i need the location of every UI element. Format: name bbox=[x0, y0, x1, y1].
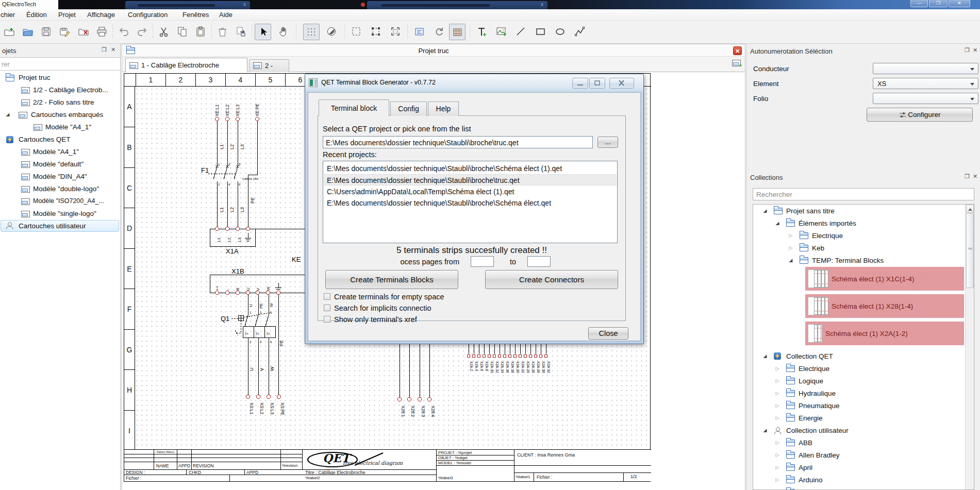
browse-button[interactable]: ... bbox=[597, 137, 618, 148]
tree-item-pneumatique[interactable]: ▷Pneumatique bbox=[753, 400, 972, 412]
save-as-button[interactable] bbox=[57, 24, 73, 40]
tree-item-energie[interactable]: ▷Energie bbox=[753, 412, 972, 425]
mask-toggle-button[interactable] bbox=[324, 24, 340, 40]
tree-item-temp-terminal-blocks[interactable]: ◢TEMP: Terminal Blocks bbox=[753, 255, 972, 267]
tree-item-folio-2[interactable]: 2/2 - Folio sans titre bbox=[0, 96, 120, 109]
add-line-button[interactable] bbox=[513, 24, 529, 40]
dialog-restore-button[interactable] bbox=[589, 78, 605, 89]
add-polyline-button[interactable] bbox=[572, 24, 588, 40]
menu-configuration[interactable]: Configuration bbox=[128, 10, 168, 20]
add-rectangle-button[interactable] bbox=[533, 24, 549, 40]
tree-item-electrique-imp[interactable]: ▷Electrique bbox=[753, 230, 972, 242]
select-tool-button[interactable] bbox=[255, 24, 271, 40]
expanded-arrow-icon[interactable]: ◢ bbox=[5, 112, 10, 117]
add-text-button[interactable] bbox=[474, 24, 490, 40]
selection-mode-button[interactable] bbox=[348, 24, 365, 40]
tree-item-modele-a41[interactable]: Modèle "A4_1" bbox=[0, 146, 120, 158]
panel-float-icon[interactable]: ❐ bbox=[965, 47, 970, 54]
tree-item-projet-sans-titre[interactable]: ◢Projet sans titre bbox=[753, 205, 972, 217]
crop-button[interactable] bbox=[388, 24, 404, 40]
menu-edition[interactable]: Édition bbox=[26, 10, 47, 20]
undo-button[interactable] bbox=[115, 24, 132, 40]
tree-item-april[interactable]: ▷April bbox=[753, 462, 972, 474]
collapsed-arrow-icon[interactable]: ▷ bbox=[788, 233, 793, 238]
dialog-minimize-button[interactable] bbox=[572, 78, 588, 89]
tree-item-modele-single-logo[interactable]: Modèle "single-logo" bbox=[0, 208, 120, 220]
tree-item-allen-bradley[interactable]: ▷Allen Bradley bbox=[753, 449, 972, 462]
copy-button[interactable] bbox=[174, 24, 191, 40]
collapsed-arrow-icon[interactable]: ▷ bbox=[788, 245, 793, 250]
tree-item-cartouches-embarques[interactable]: ◢Cartouches embarqués bbox=[0, 109, 120, 121]
tree-item-modele-din-a4[interactable]: Modèle "DIN_A4" bbox=[0, 171, 120, 183]
tree-item-schema-x1c[interactable]: Schéma élect (1) X1C(1-4) bbox=[805, 267, 964, 291]
element-combobox[interactable]: XS bbox=[873, 78, 978, 89]
project-path-input[interactable]: E:\Mes documents\dossier technique\Staub… bbox=[323, 136, 593, 148]
collections-search-input[interactable]: Rechercher bbox=[753, 188, 974, 200]
checkbox-show-xref[interactable] bbox=[324, 316, 330, 323]
tree-item-projet-truc[interactable]: Projet truc bbox=[0, 72, 120, 84]
tree-item-collection-qet[interactable]: ◢Collection QET bbox=[753, 350, 972, 363]
configurer-button[interactable]: Configurer bbox=[867, 108, 973, 122]
tab-terminal-block[interactable]: Terminal block bbox=[319, 99, 389, 116]
print-button[interactable] bbox=[94, 24, 110, 40]
window-close-button[interactable]: ✕ bbox=[949, 0, 970, 7]
dialog-close-button[interactable] bbox=[609, 78, 634, 89]
tree-item-abb[interactable]: ▷ABB bbox=[753, 437, 972, 449]
panel-close-icon[interactable]: ✕ bbox=[111, 46, 115, 53]
recent-item[interactable]: C:\Users\admin\AppData\Local\Temp\Schéma… bbox=[324, 186, 617, 197]
cut-button[interactable] bbox=[156, 24, 172, 40]
window-maximize-button[interactable]: ❐ bbox=[929, 0, 948, 7]
close-button[interactable]: Close bbox=[588, 327, 628, 340]
recent-item[interactable]: E:\Mes documents\dossier technique\Staub… bbox=[324, 197, 617, 209]
pages-from-input[interactable] bbox=[471, 256, 494, 267]
recent-item[interactable]: E:\Mes documents\dossier technique\Staub… bbox=[324, 163, 617, 174]
tree-item-logique[interactable]: ▷Logique bbox=[753, 375, 972, 387]
pages-to-input[interactable] bbox=[527, 256, 551, 267]
paste-special-button[interactable] bbox=[233, 24, 250, 40]
menu-projet[interactable]: Projet bbox=[58, 10, 76, 20]
tab-config[interactable]: Config bbox=[390, 102, 427, 116]
collections-scrollbar[interactable] bbox=[965, 205, 974, 489]
add-image-button[interactable] bbox=[493, 24, 510, 40]
grid-toggle-button[interactable] bbox=[303, 24, 320, 40]
projects-filter-input[interactable]: rer bbox=[0, 57, 120, 71]
tree-item-collection-utilisateur[interactable]: ◢Collection utilisateur bbox=[753, 425, 972, 437]
create-connectors-button[interactable]: Create Connectors bbox=[485, 270, 618, 289]
recent-projects-list[interactable]: E:\Mes documents\dossier technique\Staub… bbox=[323, 161, 618, 243]
conducteur-combobox[interactable] bbox=[873, 63, 978, 74]
tree-item-modele-default[interactable]: Modèle "default" bbox=[0, 158, 120, 171]
tree-item-keb[interactable]: ▷Keb bbox=[753, 242, 972, 255]
menu-affichage[interactable]: Affichage bbox=[87, 10, 115, 20]
panel-close-icon[interactable]: ✕ bbox=[973, 47, 977, 54]
menu-aide[interactable]: Aide bbox=[219, 10, 232, 20]
tree-item-cartouches-qet[interactable]: Cartouches QET bbox=[0, 133, 120, 146]
create-terminals-blocks-button[interactable]: Create Terminals Blocks bbox=[325, 270, 458, 289]
add-ellipse-button[interactable] bbox=[552, 24, 569, 40]
delete-button[interactable] bbox=[214, 24, 231, 40]
checkbox-search-implicits[interactable] bbox=[324, 305, 330, 311]
rotate-button[interactable] bbox=[431, 24, 447, 40]
tree-item-modele-a41-embarque[interactable]: Modèle "A4_1" bbox=[0, 121, 120, 133]
open-project-button[interactable] bbox=[20, 24, 36, 40]
menu-fenetres[interactable]: Fenêtres bbox=[182, 10, 209, 20]
folio-combobox[interactable] bbox=[873, 93, 978, 104]
tree-item-partial[interactable]: ▷ bbox=[753, 486, 972, 490]
panel-float-icon[interactable]: ❐ bbox=[102, 46, 107, 53]
close-file-button[interactable] bbox=[75, 24, 92, 40]
tab-help[interactable]: Help bbox=[428, 102, 459, 116]
paste-button[interactable] bbox=[193, 24, 209, 40]
folio-list-button[interactable] bbox=[411, 24, 428, 40]
new-project-button[interactable] bbox=[1, 24, 18, 40]
tree-item-cartouches-utilisateur[interactable]: Cartouches utilisateur bbox=[0, 220, 120, 232]
recent-item-selected[interactable]: E:\Mes documents\dossier technique\Staub… bbox=[324, 174, 617, 185]
selection-handles-button[interactable] bbox=[368, 24, 385, 40]
tree-item-arduino[interactable]: ▷Arduino bbox=[753, 474, 972, 486]
tree-item-schema-x28[interactable]: Schéma élect (1) X28(1-4) bbox=[805, 294, 964, 318]
save-button[interactable] bbox=[38, 24, 55, 40]
pan-tool-button[interactable] bbox=[275, 24, 292, 40]
panel-close-icon[interactable]: ✕ bbox=[973, 173, 977, 180]
panel-float-icon[interactable]: ❐ bbox=[965, 173, 970, 180]
tree-item-folio-1[interactable]: 1/2 - Cablâge Electrob... bbox=[0, 84, 120, 96]
scrollbar-thumb[interactable] bbox=[966, 213, 974, 288]
checkbox-create-terminals-empty[interactable] bbox=[324, 293, 330, 300]
